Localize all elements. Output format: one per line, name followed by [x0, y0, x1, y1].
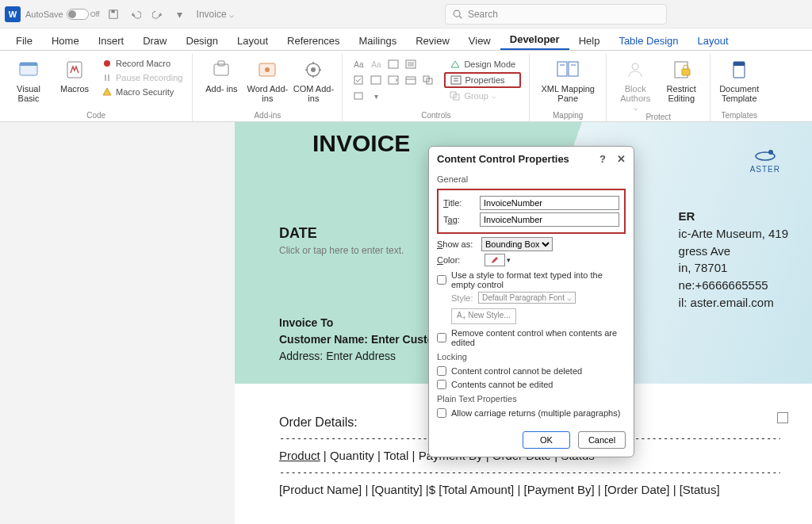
xml-mapping-icon: [555, 57, 580, 82]
visual-basic-button[interactable]: Visual Basic: [8, 55, 49, 103]
group-templates: Document Template Templates: [710, 54, 768, 121]
title-input[interactable]: [480, 196, 619, 210]
style-label: Style:: [451, 293, 478, 303]
macros-button[interactable]: Macros: [54, 55, 95, 94]
carriage-returns-checkbox[interactable]: [437, 408, 446, 418]
tab-layout[interactable]: Layout: [228, 30, 278, 50]
group-controls: Aa Aa ▾ Design Mode Properties Group ⌵ C…: [343, 54, 530, 121]
showas-select[interactable]: Bounding Box: [481, 237, 553, 251]
order-values-row[interactable]: [Product Name] | [Quantity] |$ [Total Am…: [279, 478, 780, 496]
tab-references[interactable]: References: [278, 30, 349, 50]
color-picker[interactable]: [485, 254, 505, 266]
com-addins-button[interactable]: COM Add-ins: [293, 55, 334, 103]
address-value[interactable]: Enter Address: [326, 350, 396, 362]
group-icon: [450, 91, 461, 101]
general-section-label: General: [437, 174, 626, 184]
checkbox-control-icon[interactable]: [350, 73, 366, 87]
dialog-close-icon[interactable]: ✕: [617, 153, 626, 165]
autosave-toggle[interactable]: AutoSave Off: [25, 9, 100, 20]
search-box[interactable]: Search: [445, 4, 667, 25]
cancel-button[interactable]: Cancel: [578, 431, 626, 449]
plaintext-section-label: Plain Text Properties: [437, 394, 626, 404]
document-name[interactable]: Invoice ⌵: [197, 9, 234, 20]
richtext-control-icon[interactable]: Aa: [350, 57, 366, 71]
controls-gallery[interactable]: Aa Aa ▾: [350, 55, 436, 103]
macro-security-button[interactable]: Macro Security: [100, 86, 184, 98]
tab-developer[interactable]: Developer: [500, 29, 569, 50]
tab-insert[interactable]: Insert: [89, 30, 134, 50]
svg-rect-9: [108, 75, 109, 81]
tab-table-layout[interactable]: Layout: [688, 30, 738, 50]
undo-icon[interactable]: [127, 6, 144, 23]
toggle-off-icon[interactable]: [67, 9, 89, 20]
record-macro-button[interactable]: Record Macro: [100, 57, 184, 70]
design-mode-icon: [450, 59, 461, 69]
tab-home[interactable]: Home: [42, 30, 89, 50]
buildingblock-control-icon[interactable]: [403, 57, 419, 71]
document-template-button[interactable]: Document Template: [718, 55, 760, 103]
redo-icon[interactable]: [149, 6, 167, 23]
document-template-icon: [726, 57, 752, 82]
tab-draw[interactable]: Draw: [133, 30, 176, 50]
company-logo-icon: [753, 146, 777, 163]
use-style-checkbox[interactable]: [437, 275, 446, 285]
xml-mapping-button[interactable]: XML Mapping Pane: [538, 55, 598, 103]
cannot-delete-checkbox[interactable]: [437, 366, 446, 376]
legacy-dropdown-icon[interactable]: ▾: [368, 89, 384, 103]
tab-review[interactable]: Review: [406, 30, 459, 50]
left-gutter: [0, 122, 235, 524]
restrict-editing-icon: [668, 57, 694, 82]
save-icon[interactable]: [105, 6, 122, 23]
tab-mailings[interactable]: Mailings: [350, 30, 407, 50]
tab-table-design[interactable]: Table Design: [609, 30, 688, 50]
restrict-editing-button[interactable]: Restrict Editing: [661, 55, 702, 103]
cannot-delete-label: Content control cannot be deleted: [451, 366, 582, 376]
group-addins-label: Add-ins: [254, 111, 281, 121]
plaintext-control-icon[interactable]: Aa: [368, 57, 384, 71]
svg-rect-21: [389, 76, 398, 84]
tab-design[interactable]: Design: [177, 30, 228, 50]
addins-button[interactable]: Add- ins: [201, 55, 242, 94]
svg-rect-33: [557, 62, 567, 76]
pen-icon: [490, 255, 500, 265]
remove-control-checkbox[interactable]: [437, 333, 446, 342]
highlighted-fields: Title: Tag:: [437, 189, 626, 234]
svg-rect-19: [354, 76, 362, 84]
group-controls-button: Group ⌵: [444, 89, 521, 103]
design-mode-button[interactable]: Design Mode: [444, 57, 521, 71]
legacy-tools-icon[interactable]: [350, 89, 366, 103]
ribbon: Visual Basic Macros Record Macro Pause R…: [0, 51, 812, 122]
combobox-control-icon[interactable]: [368, 73, 384, 87]
tag-input[interactable]: [480, 212, 619, 227]
svg-point-15: [311, 67, 316, 72]
tab-file[interactable]: File: [6, 30, 42, 50]
properties-button[interactable]: Properties: [444, 72, 521, 88]
ok-button[interactable]: OK: [523, 431, 570, 449]
repeating-control-icon[interactable]: [420, 73, 436, 87]
svg-rect-39: [682, 69, 690, 75]
svg-rect-34: [569, 62, 578, 76]
divider-line: ----------------------------------------…: [279, 467, 780, 478]
svg-rect-28: [451, 76, 461, 84]
svg-point-43: [768, 150, 773, 155]
tab-help[interactable]: Help: [569, 30, 610, 50]
block-authors-icon: [622, 57, 648, 82]
svg-rect-22: [406, 77, 416, 84]
title-field-label: Title:: [443, 198, 480, 208]
tab-view[interactable]: View: [459, 30, 500, 50]
content-control-checkbox[interactable]: [777, 412, 788, 423]
datepicker-control-icon[interactable]: [403, 73, 419, 87]
svg-rect-41: [733, 62, 745, 66]
svg-rect-11: [218, 61, 224, 66]
word-addins-button[interactable]: Word Add-ins: [247, 55, 288, 103]
group-mapping-label: Mapping: [553, 111, 583, 121]
svg-point-2: [454, 10, 460, 17]
dropdown-control-icon[interactable]: [385, 73, 401, 87]
picture-control-icon[interactable]: [385, 57, 401, 71]
word-addins-icon: [255, 57, 280, 82]
qat-dropdown-icon[interactable]: ▾: [171, 6, 189, 23]
dialog-titlebar[interactable]: Content Control Properties ? ✕: [429, 147, 634, 171]
cannot-edit-checkbox[interactable]: [437, 380, 446, 389]
group-templates-label: Templates: [721, 111, 757, 121]
dialog-help-icon[interactable]: ?: [599, 153, 606, 165]
